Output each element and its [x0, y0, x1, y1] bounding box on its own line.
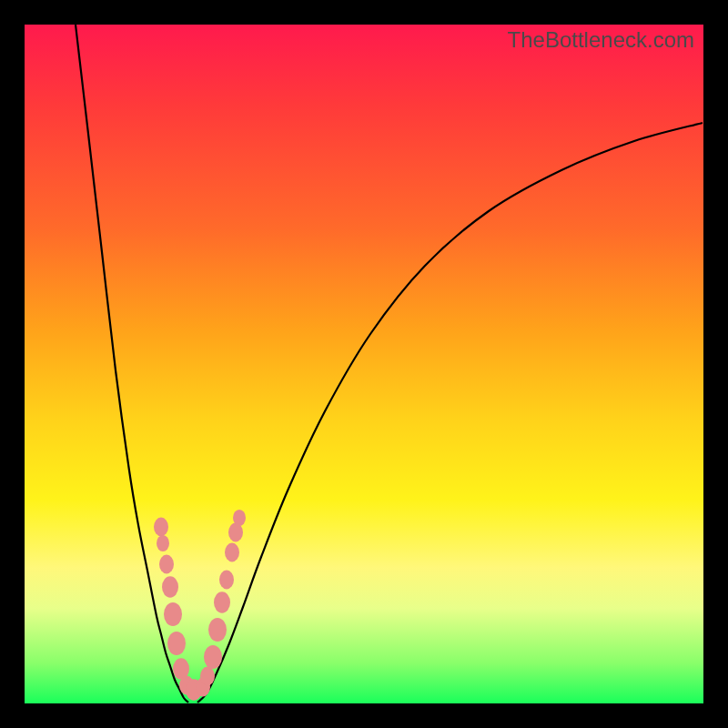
data-marker [225, 543, 239, 562]
data-marker [233, 510, 246, 526]
curve-left-branch [76, 25, 188, 703]
plot-area: TheBottleneck.com [25, 25, 703, 703]
data-marker [200, 667, 215, 686]
data-marker [162, 576, 178, 597]
data-marker [219, 571, 234, 590]
data-marker [159, 555, 174, 574]
data-marker [204, 645, 222, 669]
data-marker [154, 518, 168, 537]
data-marker [164, 602, 182, 626]
data-marker [167, 632, 186, 655]
data-marker [214, 592, 230, 612]
curves-svg [25, 25, 703, 703]
marker-group [154, 510, 246, 701]
data-marker [208, 618, 227, 642]
curve-right-branch [197, 123, 703, 703]
chart-frame: TheBottleneck.com [0, 0, 728, 728]
data-marker [157, 535, 169, 551]
